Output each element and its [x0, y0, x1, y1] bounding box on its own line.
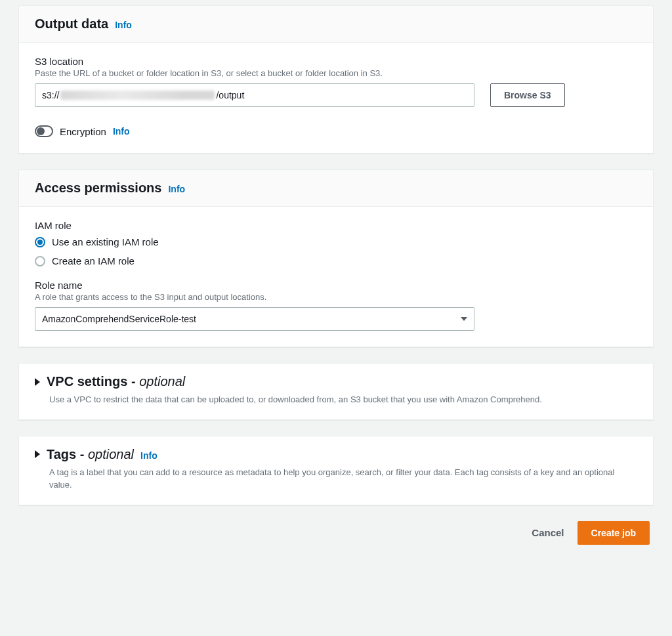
role-name-desc: A role that grants access to the S3 inpu… [35, 292, 637, 302]
vpc-settings-desc: Use a VPC to restrict the data that can … [49, 393, 637, 406]
access-permissions-panel: Access permissions Info IAM role Use an … [18, 169, 654, 347]
tags-info-link[interactable]: Info [140, 450, 158, 461]
radio-selected-icon [35, 237, 45, 247]
cancel-button[interactable]: Cancel [532, 527, 564, 538]
access-permissions-info-link[interactable]: Info [168, 184, 185, 194]
tags-title: Tags - optional [47, 447, 134, 462]
create-job-button[interactable]: Create job [578, 521, 650, 545]
toggle-knob-icon [37, 127, 45, 135]
encryption-label: Encryption [60, 126, 106, 137]
tags-desc: A tag is a label that you can add to a r… [49, 466, 637, 492]
access-permissions-header: Access permissions Info [19, 170, 653, 207]
s3-redacted-segment [60, 91, 215, 100]
output-data-info-link[interactable]: Info [115, 20, 132, 30]
output-data-panel: Output data Info S3 location Paste the U… [18, 5, 654, 154]
radio-create-label: Create an IAM role [52, 255, 135, 266]
caret-down-icon [461, 317, 467, 321]
vpc-settings-title: VPC settings - optional [47, 374, 185, 389]
caret-right-icon [35, 450, 40, 458]
tags-title-optional: optional [88, 447, 134, 461]
role-name-label: Role name [35, 280, 637, 291]
encryption-info-link[interactable]: Info [113, 126, 130, 137]
footer-actions: Cancel Create job [18, 521, 654, 545]
s3-prefix-text: s3:// [42, 90, 59, 100]
iam-role-label: IAM role [35, 220, 637, 231]
encryption-toggle[interactable] [35, 125, 53, 137]
vpc-title-optional: optional [139, 374, 185, 389]
iam-role-radio-group: Use an existing IAM role Create an IAM r… [35, 236, 637, 266]
s3-input-row: s3:///output Browse S3 [35, 83, 637, 107]
caret-right-icon [35, 378, 40, 386]
s3-location-desc: Paste the URL of a bucket or folder loca… [35, 68, 637, 78]
access-permissions-title: Access permissions [35, 180, 161, 196]
access-permissions-body: IAM role Use an existing IAM role Create… [19, 207, 653, 347]
tags-title-prefix: Tags - [47, 447, 88, 461]
radio-existing-label: Use an existing IAM role [52, 236, 159, 247]
encryption-row: Encryption Info [35, 125, 637, 137]
s3-location-input[interactable]: s3:///output [35, 83, 474, 107]
output-data-title: Output data [35, 16, 108, 32]
role-name-select[interactable]: AmazonComprehendServiceRole-test [35, 307, 474, 331]
vpc-title-prefix: VPC settings - [47, 374, 139, 389]
radio-create-iam[interactable]: Create an IAM role [35, 255, 637, 266]
vpc-settings-section: VPC settings - optional Use a VPC to res… [18, 363, 654, 420]
radio-existing-iam[interactable]: Use an existing IAM role [35, 236, 637, 247]
tags-section: Tags - optional Info A tag is a label th… [18, 436, 654, 505]
vpc-settings-header[interactable]: VPC settings - optional [35, 374, 637, 389]
output-data-body: S3 location Paste the URL of a bucket or… [19, 43, 653, 153]
role-name-value: AmazonComprehendServiceRole-test [42, 314, 196, 324]
tags-header[interactable]: Tags - optional Info [35, 447, 637, 462]
role-name-section: Role name A role that grants access to t… [35, 280, 637, 331]
s3-suffix-text: /output [216, 90, 244, 100]
output-data-header: Output data Info [19, 6, 653, 43]
s3-location-label: S3 location [35, 56, 637, 67]
browse-s3-button[interactable]: Browse S3 [490, 83, 565, 107]
radio-unselected-icon [35, 256, 45, 266]
